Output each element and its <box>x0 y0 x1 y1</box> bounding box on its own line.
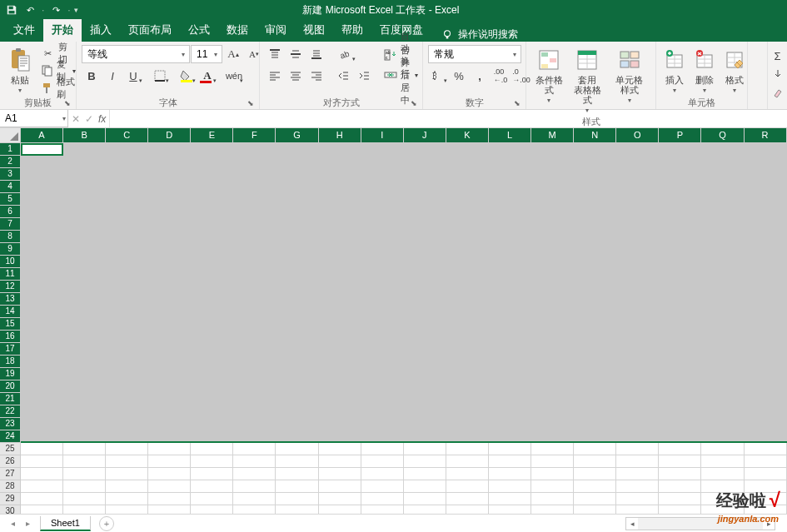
delete-cells-button[interactable]: 删除▾ <box>691 45 718 96</box>
fill-color-button[interactable]: ▾ <box>177 67 197 85</box>
row-header[interactable]: 23 <box>0 418 21 430</box>
select-all-corner[interactable] <box>0 128 21 143</box>
format-painter-button[interactable]: 格式刷 <box>38 80 79 97</box>
number-format-combo[interactable]: 常规▾ <box>428 45 521 63</box>
column-header[interactable]: C <box>106 128 148 143</box>
cancel-formula-icon[interactable]: ✕ <box>72 113 80 125</box>
formula-input[interactable] <box>110 110 787 127</box>
border-button[interactable]: ▾ <box>150 67 170 85</box>
accounting-format-button[interactable]: ₿▾ <box>428 67 448 85</box>
align-right-button[interactable] <box>306 67 326 85</box>
column-header[interactable]: H <box>319 128 361 143</box>
tab-formulas[interactable]: 公式 <box>180 19 218 42</box>
table-format-button[interactable]: 套用 表格格式▾ <box>570 45 605 116</box>
row-header[interactable]: 4 <box>0 181 21 193</box>
font-launcher[interactable]: ⬊ <box>246 98 256 108</box>
scroll-right-icon[interactable]: ▸ <box>763 518 775 530</box>
column-header[interactable]: M <box>531 128 574 143</box>
row-header[interactable]: 28 <box>0 480 21 493</box>
font-name-combo[interactable]: 等线▾ <box>82 45 190 63</box>
alignment-launcher[interactable]: ⬊ <box>409 98 419 108</box>
row-header[interactable]: 10 <box>0 256 21 268</box>
row-header[interactable]: 25 <box>0 443 21 455</box>
row-header[interactable]: 16 <box>0 331 21 343</box>
row-header[interactable]: 21 <box>0 393 21 405</box>
column-header[interactable]: I <box>361 128 404 143</box>
enter-formula-icon[interactable]: ✓ <box>85 113 93 125</box>
column-header[interactable]: K <box>446 128 489 143</box>
tell-me-search[interactable]: 操作说明搜索 <box>431 27 528 42</box>
tab-help[interactable]: 帮助 <box>333 19 371 42</box>
align-middle-button[interactable] <box>286 45 306 63</box>
row-header[interactable]: 2 <box>0 156 21 168</box>
column-header[interactable]: E <box>191 128 233 143</box>
column-header[interactable]: G <box>276 128 318 143</box>
decrease-indent-button[interactable] <box>333 67 353 85</box>
column-header[interactable]: O <box>616 128 659 143</box>
scroll-left-icon[interactable]: ◂ <box>626 518 638 530</box>
column-header[interactable]: A <box>21 128 63 143</box>
tab-home[interactable]: 开始 <box>43 19 82 42</box>
row-header[interactable]: 7 <box>0 218 21 231</box>
redo-icon[interactable]: ↷ <box>47 2 64 18</box>
autosum-button[interactable]: Σ <box>768 47 788 65</box>
undo-icon[interactable]: ↶ <box>22 2 38 18</box>
align-top-button[interactable] <box>265 45 285 63</box>
percent-button[interactable]: % <box>449 67 469 85</box>
align-center-button[interactable] <box>286 67 306 85</box>
fill-button[interactable] <box>768 65 788 83</box>
name-box[interactable]: A1▾ <box>0 110 68 127</box>
row-header[interactable]: 8 <box>0 231 21 243</box>
font-color-button[interactable]: A ▾ <box>197 67 217 85</box>
sheet-tab-active[interactable]: Sheet1 <box>40 516 91 531</box>
add-sheet-button[interactable]: + <box>99 516 114 531</box>
row-header[interactable]: 20 <box>0 380 21 393</box>
row-header[interactable]: 3 <box>0 168 21 181</box>
tab-view[interactable]: 视图 <box>295 19 333 42</box>
increase-indent-button[interactable] <box>354 67 374 85</box>
column-header[interactable]: D <box>148 128 191 143</box>
decrease-font-button[interactable]: A▾ <box>244 45 264 63</box>
row-header[interactable]: 24 <box>0 430 21 443</box>
column-header[interactable]: L <box>489 128 531 143</box>
tab-file[interactable]: 文件 <box>5 19 43 42</box>
merge-center-button[interactable]: 合并后居中▾ <box>381 67 421 83</box>
format-cells-button[interactable]: 格式▾ <box>721 45 748 96</box>
row-header[interactable]: 14 <box>0 306 21 318</box>
insert-cells-button[interactable]: 插入▾ <box>661 45 688 96</box>
clipboard-launcher[interactable]: ⬊ <box>62 98 72 108</box>
conditional-format-button[interactable]: 条件格式▾ <box>531 45 566 106</box>
row-header[interactable]: 9 <box>0 243 21 256</box>
column-header[interactable]: Q <box>701 128 744 143</box>
number-launcher[interactable]: ⬊ <box>512 98 522 108</box>
row-header[interactable]: 19 <box>0 368 21 380</box>
row-header[interactable]: 11 <box>0 268 21 281</box>
tab-data[interactable]: 数据 <box>218 19 257 42</box>
horizontal-scrollbar[interactable]: ◂ ▸ <box>625 517 775 530</box>
increase-decimal-button[interactable]: .00←.0 <box>491 67 511 85</box>
column-header[interactable]: B <box>63 128 106 143</box>
row-header[interactable]: 1 <box>0 143 21 156</box>
row-header[interactable]: 27 <box>0 468 21 480</box>
row-header[interactable]: 13 <box>0 293 21 306</box>
row-header[interactable]: 26 <box>0 455 21 468</box>
tab-page-layout[interactable]: 页面布局 <box>120 19 180 42</box>
column-header[interactable]: R <box>745 128 787 143</box>
row-header[interactable]: 12 <box>0 281 21 293</box>
cell-styles-button[interactable]: 单元格样式▾ <box>608 45 650 106</box>
column-header[interactable]: P <box>659 128 701 143</box>
align-left-button[interactable] <box>265 67 285 85</box>
sheet-nav-next[interactable]: ▸ <box>22 519 33 528</box>
row-header[interactable]: 17 <box>0 343 21 355</box>
align-bottom-button[interactable] <box>306 45 326 63</box>
sheet-nav-prev[interactable]: ◂ <box>7 519 18 528</box>
row-header[interactable]: 6 <box>0 206 21 218</box>
paste-button[interactable]: 粘贴 ▾ <box>5 45 35 96</box>
column-header[interactable]: F <box>233 128 276 143</box>
row-header[interactable]: 22 <box>0 405 21 418</box>
save-icon[interactable] <box>3 2 20 18</box>
row-header[interactable]: 5 <box>0 193 21 206</box>
comma-button[interactable]: , <box>470 67 490 85</box>
row-header[interactable]: 15 <box>0 318 21 331</box>
spreadsheet-grid[interactable]: ABCDEFGHIJKLMNOPQR 123456789101112131415… <box>0 128 787 514</box>
